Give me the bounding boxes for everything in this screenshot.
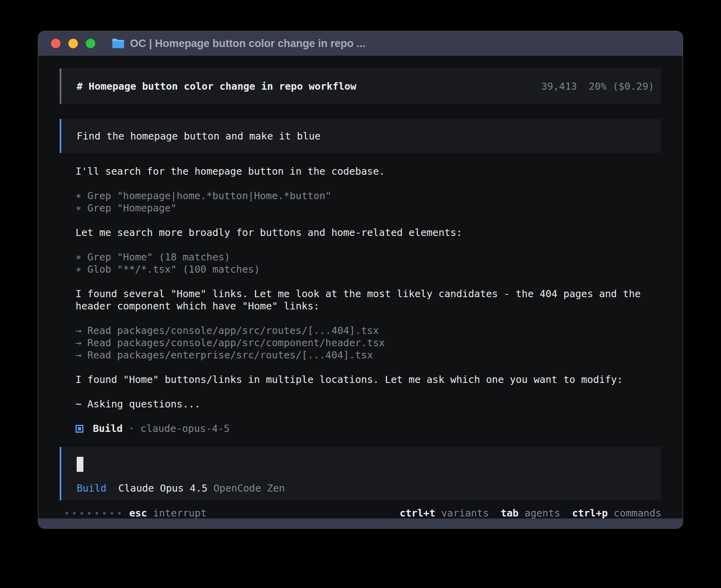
build-agent-icon [75, 425, 83, 433]
assistant-conversation: I'll search for the homepage button in t… [75, 165, 661, 410]
assistant-paragraph: I'll search for the homepage button in t… [75, 165, 661, 177]
hint-label: agents [525, 507, 560, 518]
keyboard-hint: tab agents [501, 507, 561, 518]
hint-key: ctrl+t [400, 507, 435, 518]
spinner-dot [81, 512, 83, 514]
tool-call-line: ∗Grep "Home" (18 matches) [75, 251, 661, 263]
tool-call-line: →Read packages/console/app/src/routes/[.… [75, 324, 661, 337]
tool-call-block: ∗Grep "Home" (18 matches) ∗Glob "**/*.ts… [75, 251, 661, 275]
session-stats: 39,413 20% ($0.29) [541, 81, 654, 92]
hint-key: esc [129, 507, 147, 518]
assistant-paragraph: ~ Asking questions... [75, 398, 661, 410]
user-message: Find the homepage button and make it blu… [60, 119, 661, 153]
close-button[interactable] [51, 39, 60, 48]
spinner-dot [111, 512, 113, 514]
tool-call-line: →Read packages/enterprise/src/routes/[..… [75, 349, 661, 361]
window-title: OC | Homepage button color change in rep… [130, 38, 366, 50]
zoom-button[interactable] [86, 39, 95, 48]
tool-call-line: ∗Grep "Homepage" [75, 202, 661, 214]
hint-label: interrupt [153, 507, 206, 518]
context-percent: 20% [589, 81, 606, 92]
tool-bullet-icon: ∗ [75, 190, 81, 202]
user-message-text: Find the homepage button and make it blu… [77, 130, 321, 142]
tool-bullet-icon: ∗ [75, 251, 81, 263]
keyboard-hint: ctrl+t variants [400, 507, 489, 518]
session-cost: ($0.29) [613, 81, 654, 92]
traffic-lights [51, 39, 95, 48]
assistant-paragraph: I found several "Home" links. Let me loo… [75, 288, 661, 312]
tool-bullet-icon: ∗ [75, 263, 81, 275]
terminal-content: # Homepage button color change in repo w… [38, 56, 683, 518]
prompt-input[interactable]: Build Claude Opus 4.5 OpenCode Zen [60, 447, 661, 500]
spinner-dot [73, 512, 75, 514]
tool-call-block: →Read packages/console/app/src/routes/[.… [75, 324, 661, 361]
input-meta: Build Claude Opus 4.5 OpenCode Zen [77, 482, 661, 494]
agent-name: Build [93, 422, 123, 435]
minimize-button[interactable] [68, 39, 78, 48]
tool-call-text: Read packages/console/app/src/routes/[..… [87, 325, 379, 336]
tool-bullet-icon: → [75, 337, 81, 349]
tool-call-text: Grep "Home" (18 matches) [87, 251, 230, 263]
hint-key: tab [501, 507, 519, 518]
terminal-window: OC | Homepage button color change in rep… [38, 31, 683, 529]
tool-call-text: Read packages/console/app/src/component/… [87, 337, 385, 349]
spinner-dot [66, 512, 68, 514]
assistant-paragraph: Let me search more broadly for buttons a… [75, 226, 661, 239]
tool-bullet-icon: → [75, 349, 81, 361]
keyboard-hint: ctrl+p commands [572, 507, 661, 518]
tool-call-text: Grep "Homepage" [87, 202, 177, 214]
assistant-paragraph: I found "Home" buttons/links in multiple… [75, 373, 661, 386]
keyboard-hint: esc interrupt [129, 507, 207, 518]
tool-call-text: Glob "**/*.tsx" (100 matches) [87, 264, 260, 275]
input-provider-label: OpenCode Zen [213, 482, 285, 494]
working-spinner-dots [66, 512, 121, 514]
agent-status-line: Build · claude-opus-4-5 [75, 422, 661, 435]
agent-separator: · [128, 422, 134, 435]
window-bottom-edge [38, 518, 683, 528]
session-title: # Homepage button color change in repo w… [77, 81, 356, 92]
folder-icon [112, 38, 125, 49]
tool-call-line: →Read packages/console/app/src/component… [75, 337, 661, 349]
text-cursor [77, 457, 83, 472]
tool-call-text: Read packages/enterprise/src/routes/[...… [87, 349, 373, 361]
hint-label: variants [441, 507, 489, 518]
spinner-dot [118, 512, 121, 514]
token-count: 39,413 [541, 81, 577, 92]
right-hints: ctrl+t variants tab agents ctrl+p comman… [400, 507, 661, 518]
input-model-label: Claude Opus 4.5 [118, 482, 208, 494]
tool-call-text: Grep "homepage|home.*button|Home.*button… [87, 190, 331, 202]
status-bar: esc interrupt ctrl+t variants tab agents… [60, 507, 661, 518]
hint-key: ctrl+p [572, 507, 608, 518]
tool-call-line: ∗Grep "homepage|home.*button|Home.*butto… [75, 190, 661, 202]
left-hints: esc interrupt [129, 507, 207, 518]
agent-model: claude-opus-4-5 [140, 422, 230, 435]
tool-bullet-icon: ∗ [75, 202, 81, 214]
spinner-dot [96, 512, 98, 514]
spinner-dot [103, 512, 106, 514]
tool-call-line: ∗Glob "**/*.tsx" (100 matches) [75, 263, 661, 275]
hint-label: commands [614, 507, 661, 518]
input-mode-label: Build [77, 482, 106, 494]
window-titlebar[interactable]: OC | Homepage button color change in rep… [38, 31, 683, 56]
tool-bullet-icon: → [75, 324, 81, 337]
session-banner: # Homepage button color change in repo w… [60, 68, 661, 104]
tool-call-block: ∗Grep "homepage|home.*button|Home.*butto… [75, 190, 661, 214]
spinner-dot [88, 512, 91, 514]
